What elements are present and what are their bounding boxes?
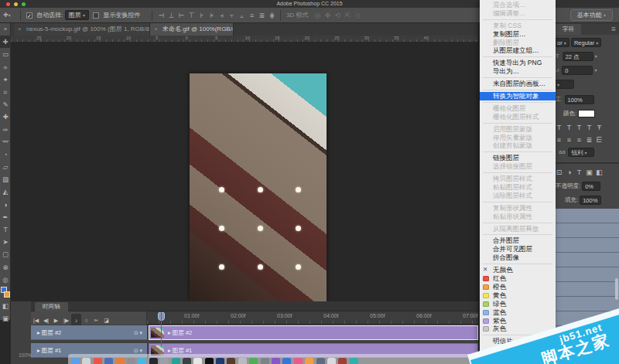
layer-row-selected[interactable] — [554, 282, 619, 297]
color-swatches[interactable] — [0, 286, 11, 300]
filter-adjust-icon[interactable]: ◑ — [564, 167, 574, 178]
pen-tool-icon[interactable]: ✒ — [0, 211, 11, 223]
gradient-tool-icon[interactable]: ▨ — [0, 173, 11, 185]
menu-item[interactable]: 合并可见图层 — [480, 245, 556, 253]
eyedropper-tool-icon[interactable]: ✎ — [0, 98, 11, 111]
paragraph-align-button[interactable]: ≡ — [564, 134, 574, 145]
dock-app-icon[interactable] — [127, 358, 135, 364]
dock-app-icon[interactable] — [216, 358, 224, 364]
video-clip[interactable]: ▸ 图层 #2 — [149, 325, 478, 340]
shape-tool-icon[interactable]: ▢ — [0, 248, 11, 260]
align-top-icon[interactable]: ⊤ — [186, 10, 197, 21]
dist-top-icon[interactable]: ⫞ — [217, 10, 227, 21]
dock-app-icon[interactable] — [294, 358, 303, 364]
menu-item[interactable]: 导出为… — [480, 67, 556, 76]
fill-field[interactable]: 100% — [580, 196, 601, 205]
tab-nexus-mockup[interactable]: × nexus-5-mockup.gif @ 100% (图层 1, RGB/8… — [14, 23, 150, 36]
type-style-button[interactable]: T — [574, 122, 584, 133]
show-transform-checkbox[interactable] — [93, 12, 99, 19]
tab-untitled[interactable]: × 未命名.gif @ 100%(RGB/8) * — [150, 23, 234, 36]
auto-select-dropdown[interactable]: 图层 ▾ — [65, 10, 89, 20]
align-right-icon[interactable]: ⊢ — [176, 10, 186, 21]
dist-hcenter-icon[interactable]: ≣ — [257, 10, 267, 21]
dock-app-icon[interactable] — [338, 358, 347, 364]
font-family-dropdown[interactable]: or ▾ — [554, 38, 569, 47]
healing-tool-icon[interactable]: ✚ — [0, 111, 11, 123]
close-tab-icon[interactable]: × — [18, 23, 22, 36]
filter-type-icon[interactable]: T — [574, 167, 584, 178]
screen-mode-icon[interactable]: ▣ — [0, 312, 11, 325]
dock-app-icon[interactable] — [193, 358, 202, 364]
type-tool-icon[interactable]: T — [0, 223, 11, 236]
dock-app-icon[interactable] — [160, 358, 169, 364]
opacity-field[interactable]: 0% — [582, 182, 600, 191]
marquee-tool-icon[interactable]: ▭ — [0, 48, 11, 60]
dock-app-icon[interactable] — [71, 358, 80, 364]
filter-shape-icon[interactable]: ▣ — [584, 167, 594, 178]
paragraph-align-button[interactable]: ≡ — [574, 134, 584, 145]
dist-right-icon[interactable]: ⋕ — [267, 10, 277, 21]
layer-row-selected[interactable] — [554, 223, 619, 238]
history-brush-tool-icon[interactable]: ◔ — [0, 148, 11, 161]
menu-item[interactable]: 合并图层 — [480, 236, 556, 245]
align-vcenter-icon[interactable]: ⊦ — [197, 10, 207, 21]
dock-app-icon[interactable] — [205, 358, 214, 364]
dock-app-icon[interactable] — [116, 358, 125, 364]
dock-app-icon[interactable] — [94, 358, 102, 364]
filter-smart-icon[interactable]: ◧ — [594, 167, 604, 178]
close-tab-icon[interactable]: × — [154, 23, 158, 36]
menu-item[interactable]: 拼合图像 — [480, 253, 556, 262]
dock-app-icon[interactable] — [316, 358, 325, 364]
dock-app-icon[interactable] — [104, 358, 113, 364]
wand-tool-icon[interactable]: ✦ — [0, 73, 11, 86]
dock-app-icon[interactable] — [138, 358, 146, 364]
kerning-dropdown[interactable]: ▾ — [554, 80, 574, 89]
dist-bottom-icon[interactable]: ⫠ — [237, 10, 247, 21]
hand-tool-icon[interactable]: ⊕ — [0, 261, 11, 274]
dock-app-icon[interactable] — [249, 358, 258, 364]
menu-item[interactable]: 黄色 — [480, 291, 556, 300]
brush-tool-icon[interactable]: ✑ — [0, 124, 11, 136]
dock-app-icon[interactable] — [305, 358, 313, 364]
font-size-field[interactable]: 22 点 — [563, 52, 593, 61]
track-options-icon[interactable]: ⊙ ▾ — [134, 325, 142, 340]
dock-app-icon[interactable] — [282, 358, 291, 364]
lasso-tool-icon[interactable]: ⟡ — [0, 61, 11, 73]
vertical-scale-field[interactable]: 100% — [565, 95, 594, 104]
dock-app-icon[interactable] — [149, 358, 158, 364]
workspace-switcher-button[interactable]: 基本功能 ▾ — [570, 9, 613, 21]
crop-tool-icon[interactable]: ⌗ — [0, 86, 11, 98]
type-style-button[interactable]: T — [584, 122, 594, 133]
menu-item[interactable]: 红色 — [480, 274, 556, 283]
type-style-button[interactable]: Ŧ — [594, 122, 604, 133]
dock-app-icon[interactable] — [172, 358, 180, 364]
type-style-button[interactable]: T — [564, 122, 574, 133]
menu-item[interactable]: 来自图层的画板… — [480, 80, 556, 88]
dist-left-icon[interactable]: ≡ — [247, 10, 257, 21]
menu-item[interactable]: 转换为智能对象 — [480, 92, 556, 100]
dock-app-icon[interactable] — [327, 358, 336, 364]
eraser-tool-icon[interactable]: ▱ — [0, 161, 11, 173]
menu-item[interactable]: 从图层建立组… — [480, 46, 556, 55]
panel-menu-icon[interactable]: ≣ — [611, 26, 616, 32]
layer-row-selected[interactable] — [554, 209, 619, 223]
tracking-field[interactable]: 0 — [562, 66, 593, 75]
auto-select-checkbox[interactable]: ✓ — [26, 12, 32, 19]
dist-vcenter-icon[interactable]: ⫟ — [227, 10, 237, 21]
align-hcenter-icon[interactable]: ⊥ — [166, 10, 176, 21]
dock-app-icon[interactable] — [238, 358, 247, 364]
character-panel-tab[interactable]: 字符 — [556, 24, 581, 35]
dock-app-icon[interactable] — [272, 358, 280, 364]
menu-item[interactable]: 橙色 — [480, 283, 556, 291]
layers-scrollbar[interactable] — [615, 278, 618, 300]
dock-app-icon[interactable] — [82, 358, 91, 364]
menu-item[interactable]: ✕无颜色 — [480, 266, 556, 274]
menu-item[interactable]: 快速导出为 PNG — [480, 59, 556, 67]
stamp-tool-icon[interactable]: ⌤ — [0, 136, 11, 148]
track-row[interactable]: ▸ 图层 #2 ⊙ ▾ — [31, 325, 147, 340]
font-style-dropdown[interactable]: Regular ▾ — [571, 38, 601, 47]
align-bottom-icon[interactable]: ⊧ — [207, 10, 217, 21]
document-image[interactable] — [190, 73, 327, 301]
paragraph-align-button[interactable]: ⋿ — [594, 134, 604, 145]
antialias-dropdown[interactable]: 锐利 ▾ — [568, 148, 594, 157]
